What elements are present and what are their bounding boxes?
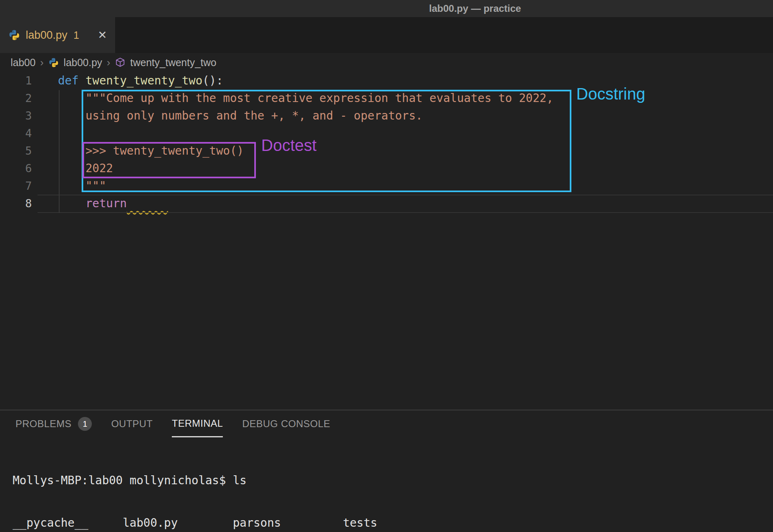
- tab-label: lab00.py: [26, 29, 67, 42]
- line-number: 1: [0, 72, 32, 89]
- python-icon: [48, 57, 59, 68]
- indent-guide: [59, 90, 60, 213]
- code-text: def twenty_twenty_two():: [58, 72, 223, 89]
- window-title: lab00.py — practice: [429, 3, 521, 14]
- line-number: 7: [0, 177, 32, 195]
- code-token: twenty_twenty_two: [85, 74, 202, 87]
- doctest-annotation-box: [82, 142, 256, 178]
- problems-count-badge: 1: [78, 417, 92, 431]
- doctest-annotation-label: Doctest: [261, 136, 317, 155]
- panel-tab-label: PROBLEMS: [16, 418, 71, 430]
- bottom-panel: PROBLEMS 1 OUTPUT TERMINAL DEBUG CONSOLE…: [0, 410, 773, 532]
- breadcrumb: lab00 › lab00.py › twenty_twenty_two: [0, 53, 773, 72]
- tab-output[interactable]: OUTPUT: [111, 410, 153, 437]
- tab-debug-console[interactable]: DEBUG CONSOLE: [242, 410, 330, 437]
- code-token: ():: [202, 74, 223, 87]
- breadcrumb-item-symbol[interactable]: twenty_twenty_two: [130, 57, 216, 69]
- chevron-right-icon: ›: [107, 56, 110, 69]
- tab-lab00-py[interactable]: lab00.py 1 ✕: [0, 17, 115, 53]
- tab-terminal[interactable]: TERMINAL: [172, 410, 223, 437]
- python-icon: [8, 29, 20, 41]
- tab-strip: lab00.py 1 ✕: [0, 17, 773, 53]
- panel-tab-label: TERMINAL: [172, 418, 223, 429]
- line-number: 6: [0, 160, 32, 177]
- tab-problems-count: 1: [73, 29, 79, 41]
- close-icon[interactable]: ✕: [98, 29, 107, 42]
- line-number: 2: [0, 89, 32, 107]
- symbol-module-icon: [115, 57, 126, 68]
- code-token: def: [58, 74, 85, 87]
- titlebar: lab00.py — practice: [0, 0, 773, 17]
- line-number: 3: [0, 107, 32, 124]
- line-number: 4: [0, 124, 32, 142]
- chevron-right-icon: ›: [40, 56, 44, 69]
- terminal-output[interactable]: Mollys-MBP:lab00 mollynicholas$ ls __pyc…: [13, 446, 384, 532]
- code-line[interactable]: 1 def twenty_twenty_two():: [0, 72, 773, 89]
- panel-tab-label: OUTPUT: [111, 418, 153, 430]
- current-line-highlight: [38, 195, 773, 213]
- terminal-line: __pycache__ lab00.py parsons tests: [13, 516, 384, 530]
- tab-problems[interactable]: PROBLEMS 1: [16, 410, 92, 437]
- vscode-window: lab00.py — practice lab00.py 1 ✕ lab00 ›…: [0, 0, 773, 532]
- terminal-text: Mollys-MBP:lab00 mollynicholas$ ls: [13, 474, 247, 487]
- panel-tab-label: DEBUG CONSOLE: [242, 418, 330, 430]
- terminal-text: __pycache__ lab00.py parsons tests: [13, 516, 377, 530]
- line-number: 5: [0, 142, 32, 160]
- panel-tab-bar: PROBLEMS 1 OUTPUT TERMINAL DEBUG CONSOLE: [0, 410, 773, 437]
- line-number: 8: [0, 195, 32, 212]
- docstring-annotation-label: Docstring: [576, 85, 645, 103]
- breadcrumb-item-lab00[interactable]: lab00: [11, 57, 36, 69]
- terminal-line: Mollys-MBP:lab00 mollynicholas$ ls: [13, 474, 384, 488]
- code-editor[interactable]: 1 def twenty_twenty_two(): 2 """Come up …: [0, 72, 773, 410]
- breadcrumb-item-lab00-py[interactable]: lab00.py: [64, 57, 102, 69]
